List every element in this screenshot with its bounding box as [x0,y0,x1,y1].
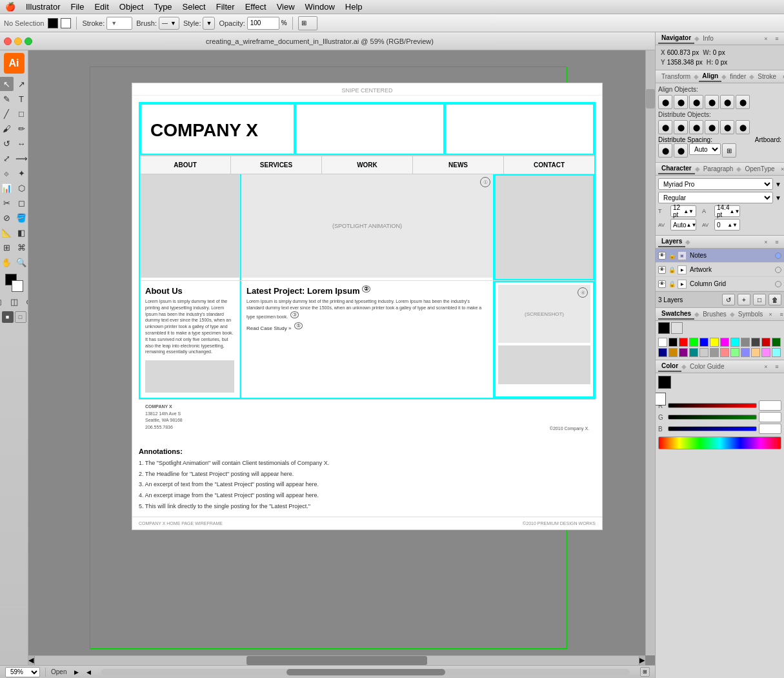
swatch-item[interactable] [658,338,667,347]
select-tool[interactable]: ↖ [0,77,14,91]
h-scroll-track[interactable] [35,656,639,665]
swatch-item[interactable] [679,348,688,357]
size-input[interactable]: 12 pt▲▼ [670,205,696,217]
menu-illustrator[interactable]: Illustrator [26,2,60,12]
normal-mode[interactable]: ◻ [0,294,6,309]
distrib-5[interactable]: ⬤ [720,120,734,134]
align-center-v[interactable]: ⬤ [720,95,734,109]
swatch-item[interactable] [679,338,688,347]
swatch-item[interactable] [668,348,678,357]
menu-object[interactable]: Object [119,2,144,12]
leading-input[interactable]: 14.4 pt▲▼ [714,205,740,217]
g-input[interactable] [759,412,781,422]
style-dropdown[interactable]: Regular [658,192,773,203]
swatch-item[interactable] [741,338,750,347]
menu-edit[interactable]: Edit [94,2,108,12]
nav-contact[interactable]: CONTACT [504,156,594,174]
zoom-dropdown[interactable]: 59% 100% 200% [5,667,40,677]
swatch-item[interactable] [741,348,750,357]
color-spectrum[interactable] [658,437,781,449]
swatch-item[interactable] [699,338,709,347]
layers-make-btn[interactable]: ↺ [722,294,735,305]
menu-type[interactable]: Type [154,2,172,12]
menu-window[interactable]: Window [305,2,335,12]
h-scroll-right[interactable]: ▶ [639,656,645,665]
tab-info[interactable]: Info [699,34,717,43]
pencil-tool[interactable]: ✏ [14,121,28,136]
progress-bar[interactable] [101,669,630,675]
color-fill[interactable] [658,376,671,389]
stroke-box[interactable] [61,18,71,28]
menu-effect[interactable]: Effect [245,2,266,12]
zoom-tool[interactable]: 🔍 [14,255,28,269]
reflect-tool[interactable]: ↔ [14,136,28,150]
gradient-tool[interactable]: ◧ [14,225,28,240]
menu-filter[interactable]: Filter [216,2,235,12]
menu-select[interactable]: Select [183,2,206,12]
layers-create-btn[interactable]: □ [753,294,766,305]
horizontal-scrollbar[interactable]: ◀ ▶ [28,655,645,665]
layer-artwork[interactable]: 👁 🔒 ▶ Artwork [656,263,784,277]
swatch-color-fill[interactable] [658,322,670,334]
swatch-item[interactable] [772,338,781,347]
menu-help[interactable]: Help [345,2,363,12]
distrib-6[interactable]: ⬤ [736,120,750,134]
tab-paragraph[interactable]: Paragraph [700,164,737,174]
swatch-item[interactable] [730,338,739,347]
font-dropdown[interactable]: Myriad Pro [658,178,773,190]
align-left[interactable]: ⬤ [658,95,672,109]
rotate-tool[interactable]: ↺ [0,136,14,150]
screen-mode-2[interactable]: □ [15,311,26,323]
swatch-item[interactable] [699,348,709,357]
canvas-area[interactable]: SNIPE CENTERED COMPANY X [28,50,655,665]
eraser-tool[interactable]: ◻ [14,196,28,210]
panel-close-layers[interactable]: × [761,239,770,245]
layer-column-grid[interactable]: 👁 🔒 ▶ Column Grid [656,277,784,291]
font-expand[interactable]: ▼ [775,181,781,188]
style-dropdown[interactable]: ▼ [203,17,215,30]
tab-color-guide[interactable]: Color Guide [687,362,727,371]
menu-view[interactable]: View [277,2,295,12]
tab-align[interactable]: Align [699,71,721,82]
align-bottom[interactable]: ⬤ [736,95,750,109]
distrib-1[interactable]: ⬤ [658,120,672,134]
panel-close-swatches[interactable]: × [766,311,775,318]
gradient-mode[interactable]: ◫ [7,294,21,309]
warp-tool[interactable]: ⟿ [14,151,28,165]
stroke-tool[interactable] [12,280,23,292]
swatch-item[interactable] [761,338,770,347]
kerning-input[interactable]: 0▲▼ [714,219,740,231]
read-more-link[interactable]: Read Case Study » ⑤ [246,323,488,331]
align-right[interactable]: ⬤ [689,95,703,109]
progress-thumb[interactable] [286,669,445,675]
direct-select-tool[interactable]: ↗ [14,77,28,91]
layer-grid-lock[interactable]: 🔒 [668,280,676,288]
layer-notes-eye[interactable]: 👁 [658,252,666,260]
swatch-item[interactable] [720,348,729,357]
v-scroll-thumb[interactable] [646,89,655,108]
b-input[interactable] [759,424,781,434]
scale-tool[interactable]: ⤢ [0,151,14,165]
column-graph-tool[interactable]: 📊 [0,181,14,195]
panel-expand-nav[interactable]: ≡ [772,36,781,42]
distrib-2[interactable]: ⬤ [674,120,688,134]
apple-menu[interactable]: 🍎 [5,2,15,12]
auto-dropdown[interactable]: Auto [689,143,721,155]
distrib-3[interactable]: ⬤ [689,120,703,134]
brush-dropdown[interactable]: —▼ [159,17,179,30]
artboard-tool[interactable]: ⬡ [14,181,28,195]
tab-stroke[interactable]: Stroke [754,72,779,81]
measure-tool[interactable]: 📐 [0,225,14,240]
align-top[interactable]: ⬤ [705,95,719,109]
panel-close-color[interactable]: × [761,364,770,370]
paintbrush-tool[interactable]: 🖌 [0,121,14,136]
nav-work[interactable]: WORK [322,156,413,174]
none-mode[interactable]: ⊘ [23,294,29,309]
panel-close-char[interactable]: × [778,166,784,172]
swatch-item[interactable] [730,348,739,357]
layers-delete-btn[interactable]: 🗑 [769,294,781,305]
fill-stroke-indicator[interactable] [48,18,71,28]
swatch-item[interactable] [658,348,667,357]
layers-release-btn[interactable]: + [738,294,750,305]
swatch-none[interactable] [671,322,683,334]
